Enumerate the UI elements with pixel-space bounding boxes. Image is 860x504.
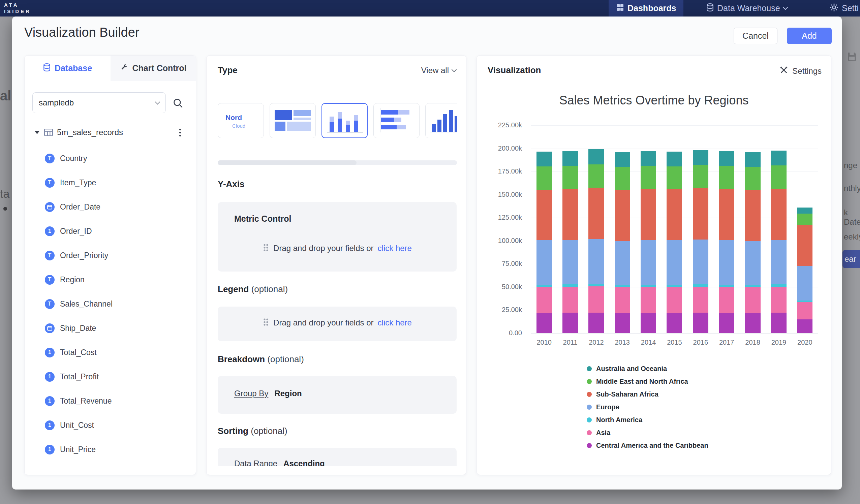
field-item-total_profit[interactable]: 1Total_Profit [25,364,196,389]
bar-segment [771,189,787,240]
field-item-country[interactable]: TCountry [25,146,196,171]
text-field-icon: T [45,275,55,285]
legend-item[interactable]: Middle East and North Africa [587,375,708,388]
nav-settings[interactable]: Setti [822,0,859,16]
bar-segment [666,240,682,285]
field-item-order_id[interactable]: 1Order_ID [25,219,196,243]
tab-database-label: Database [55,63,92,73]
legend-item[interactable]: Europe [587,401,708,413]
tab-database[interactable]: Database [25,56,111,81]
logo-line-2: ISIDER [4,8,31,14]
bar-segment [693,284,708,287]
kebab-menu-icon[interactable] [179,129,181,136]
field-label: Total_Revenue [60,397,112,406]
legend-dot [587,392,592,397]
add-button[interactable]: Add [787,28,832,44]
bar-segment [536,190,552,241]
y-axis-tick-label: 25.00k [502,306,522,314]
field-item-unit_price[interactable]: 1Unit_Price [25,437,196,462]
nav-settings-label: Setti [842,3,859,13]
view-all-button[interactable]: View all [421,66,456,75]
bar-2012[interactable] [588,149,604,333]
bar-segment [615,190,630,241]
breakdown-dropzone[interactable]: Group By Region [218,376,457,414]
bar-2020[interactable] [797,207,813,333]
table-tree-item[interactable]: 5m_sales_records [25,125,196,140]
bar-2013[interactable] [615,152,630,333]
bar-segment [693,240,708,284]
caret-down-icon[interactable] [35,131,40,134]
legend-dot [587,379,592,384]
bar-segment [771,150,787,165]
tab-chart-control[interactable]: Chart Control [111,56,196,81]
horizontal-scrollbar[interactable] [218,160,457,165]
bar-segment [588,188,604,239]
field-item-unit_cost[interactable]: 1Unit_Cost [25,413,196,437]
sorting-header-label: Sorting [218,426,248,436]
x-axis-label: 2018 [740,339,766,346]
bar-segment [562,313,578,333]
chart-bars [531,125,818,333]
optional-suffix: (optional) [251,426,287,436]
sorting-dropzone[interactable]: Data Range Ascending [218,448,457,466]
chart-type-word-cloud[interactable]: NordCloud [218,103,264,138]
search-icon[interactable] [172,97,184,110]
bar-2015[interactable] [666,152,682,333]
bar-2011[interactable] [562,151,578,333]
field-item-sales_channel[interactable]: TSales_Channel [25,292,196,316]
bar-2019[interactable] [771,150,787,333]
bar-2018[interactable] [745,152,761,333]
bar-2017[interactable] [719,151,734,333]
group-by-dropdown[interactable]: Group By [234,389,268,398]
y-axis-tick-label: 150.00k [498,191,522,199]
field-item-item_type[interactable]: TItem_Type [25,171,196,195]
x-axis-label: 2013 [609,339,635,346]
nav-data-warehouse[interactable]: Data Warehouse [699,0,794,16]
dashboards-icon [616,3,624,13]
settings-label: Settings [792,66,821,76]
field-item-total_cost[interactable]: 1Total_Cost [25,340,196,364]
field-item-order_date[interactable]: Order_Date [25,195,196,219]
group-by-value: Region [274,389,302,398]
field-item-region[interactable]: TRegion [25,268,196,292]
bar-segment [615,285,630,287]
legend-item[interactable]: North America [587,413,708,426]
click-here-link[interactable]: click here [378,318,412,328]
bar-segment [771,165,787,189]
chevron-down-icon [452,67,457,72]
click-here-link[interactable]: click here [378,244,412,253]
legend-dropzone[interactable]: Drag and drop your fields or click here [218,306,457,341]
chart-type-histogram[interactable] [425,103,457,138]
chart-type-stacked-bar[interactable] [373,103,419,138]
legend-item[interactable]: Australia and Oceania [587,362,708,375]
bar-segment [562,189,578,240]
bar-2016[interactable] [693,150,708,333]
optional-suffix: (optional) [252,284,288,294]
nav-dashboards[interactable]: Dashboards [608,0,684,16]
bar-2010[interactable] [536,152,552,333]
bar-2014[interactable] [641,151,656,333]
legend-dot [587,443,592,448]
tools-icon [779,66,788,76]
metric-control-dropzone[interactable]: Metric Control Drag and drop your fields… [218,202,457,272]
field-item-ship_date[interactable]: Ship_Date [25,316,196,340]
x-axis-label: 2020 [792,339,818,346]
background-text-fragment: eekly [844,232,860,242]
y-axis-tick-label: 125.00k [498,214,522,221]
chart-type-treemap[interactable] [270,103,316,138]
bar-segment [666,152,682,167]
chart-type-stacked-column[interactable] [321,103,368,138]
chart-title: Sales Metrics Overtime by Regions [477,93,831,107]
field-label: Order_ID [60,227,92,236]
settings-button[interactable]: Settings [779,66,821,76]
field-item-total_revenue[interactable]: 1Total_Revenue [25,389,196,413]
legend-item[interactable]: Asia [587,426,708,439]
legend-item[interactable]: Sub-Saharan Africa [587,388,708,401]
datasource-select[interactable]: sampledb [32,92,166,113]
legend-header-label: Legend [218,284,249,294]
legend-item[interactable]: Central America and the Caribbean [587,439,708,452]
cancel-button[interactable]: Cancel [734,28,777,44]
x-axis-label: 2014 [635,339,661,346]
field-item-order_priority[interactable]: TOrder_Priority [25,243,196,268]
sort-field-dropdown[interactable]: Data Range [234,459,277,466]
